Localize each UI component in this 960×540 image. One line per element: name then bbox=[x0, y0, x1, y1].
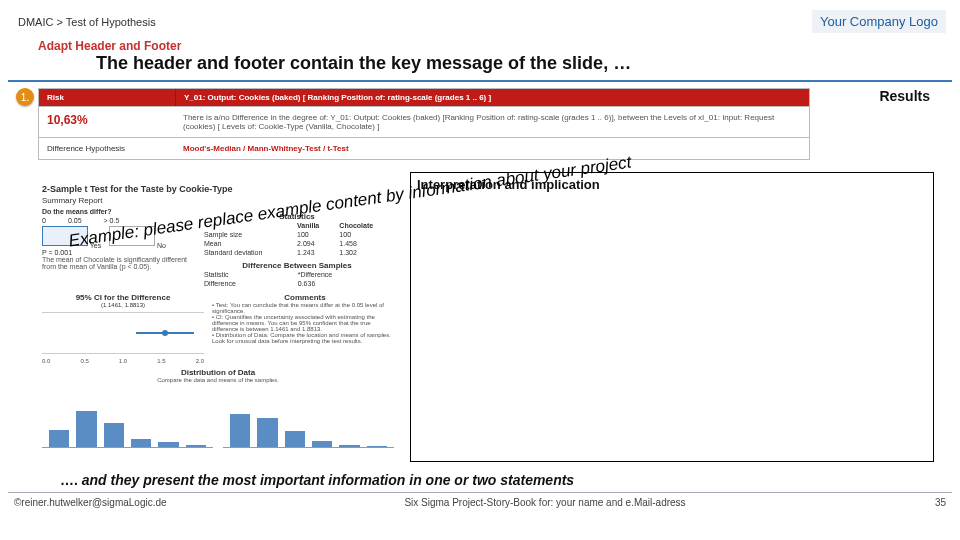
scale-left: 0 bbox=[42, 217, 46, 224]
row-sd-v: 1.243 bbox=[293, 248, 335, 257]
interpretation-heading: Interpretation and implication bbox=[417, 177, 600, 192]
table-header-risk: Risk bbox=[39, 89, 176, 106]
risk-table: Risk Y_01: Output: Cookies (baked) [ Ran… bbox=[38, 88, 810, 160]
ax4: 2.0 bbox=[196, 358, 204, 364]
table-header-output: Y_01: Output: Cookies (baked) [ Ranking … bbox=[176, 89, 809, 106]
row-mean-c: 1.458 bbox=[335, 239, 394, 248]
diff-table: Statistic*Difference Difference0.636 bbox=[200, 270, 394, 288]
hist-chocolate bbox=[223, 387, 394, 448]
diff-val: 0.636 bbox=[294, 279, 394, 288]
results-label: Results bbox=[879, 88, 930, 104]
scale-mid: 0.05 bbox=[68, 217, 82, 224]
answer-yes-box bbox=[42, 226, 88, 246]
page-number: 35 bbox=[886, 497, 946, 508]
footer-message: …. and they present the most important i… bbox=[0, 466, 960, 490]
row-n-c: 100 bbox=[335, 230, 394, 239]
footer-bar: ©reiner.hutwelker@sigmaLogic.de Six Sigm… bbox=[0, 493, 960, 508]
summary-subtitle: Summary Report bbox=[38, 196, 398, 207]
diff-stat-lab: Statistic bbox=[200, 270, 294, 279]
summary-title: 2-Sample t Test for the Taste by Cookie-… bbox=[38, 182, 398, 196]
comment1: • Test: You can conclude that the means … bbox=[212, 302, 398, 314]
diff-question: Do the means differ? bbox=[42, 208, 192, 215]
answer-no-box bbox=[109, 226, 155, 246]
col-chocolate: Chocolate bbox=[335, 221, 394, 230]
conclusion-text: The mean of Chocolate is significantly d… bbox=[42, 256, 192, 270]
table-row: 10,63% There is a/no Difference in the d… bbox=[39, 106, 809, 137]
footer-center: Six Sigma Project-Story-Book for: your n… bbox=[204, 497, 886, 508]
footer-dots: …. bbox=[60, 472, 82, 488]
footer-left: ©reiner.hutwelker@sigmaLogic.de bbox=[14, 497, 204, 508]
company-logo: Your Company Logo bbox=[812, 10, 946, 33]
ci-range: (1.1461, 1.8813) bbox=[38, 302, 208, 308]
risk-percent: 10,63% bbox=[39, 107, 175, 137]
comment2: • CI: Quantifies the uncertainty associa… bbox=[212, 314, 398, 332]
table-row: Difference Hypothesis Mood's-Median / Ma… bbox=[39, 137, 809, 159]
stats-table: VanillaChocolate Sample size100100 Mean2… bbox=[200, 221, 394, 257]
stats-heading: Statistics bbox=[200, 208, 394, 221]
hypothesis-label: Difference Hypothesis bbox=[39, 138, 175, 159]
dist-heading: Distribution of Data bbox=[38, 364, 398, 377]
ci-chart bbox=[42, 312, 204, 354]
answer-no: No bbox=[157, 242, 166, 249]
footer-message-text: and they present the most important info… bbox=[82, 472, 574, 488]
col-vanilla: Vanilla bbox=[293, 221, 335, 230]
ax2: 1.0 bbox=[119, 358, 127, 364]
scale-right: > 0.5 bbox=[104, 217, 120, 224]
summary-report: 2-Sample t Test for the Taste by Cookie-… bbox=[38, 182, 398, 458]
risk-description: There is a/no Difference in the degree o… bbox=[175, 107, 809, 137]
diff-between-heading: Difference Between Samples bbox=[200, 257, 394, 270]
interpretation-box: Interpretation and implication bbox=[410, 172, 934, 462]
diff-stat-val: *Difference bbox=[294, 270, 394, 279]
row-n-label: Sample size bbox=[200, 230, 293, 239]
row-n-v: 100 bbox=[293, 230, 335, 239]
comment3: • Distribution of Data: Compare the loca… bbox=[212, 332, 398, 344]
section-subtitle: Adapt Header and Footer bbox=[0, 37, 960, 53]
p-value: P = 0.001 bbox=[42, 249, 192, 256]
hypothesis-tests: Mood's-Median / Mann-Whitney-Test / t-Te… bbox=[175, 138, 809, 159]
hist-vanilla bbox=[42, 387, 213, 448]
ci-axis: 0.0 0.5 1.0 1.5 2.0 bbox=[38, 358, 208, 364]
row-mean-label: Mean bbox=[200, 239, 293, 248]
ax1: 0.5 bbox=[80, 358, 88, 364]
summary-top-table: Do the means differ? 0 0.05 > 0.5 Yes No… bbox=[38, 207, 398, 289]
ax3: 1.5 bbox=[157, 358, 165, 364]
ax0: 0.0 bbox=[42, 358, 50, 364]
table-header-row: Risk Y_01: Output: Cookies (baked) [ Ran… bbox=[39, 89, 809, 106]
row-mean-v: 2.094 bbox=[293, 239, 335, 248]
row-sd-c: 1.302 bbox=[335, 248, 394, 257]
answer-yes: Yes bbox=[90, 242, 101, 249]
ci-heading: 95% CI for the Difference bbox=[38, 289, 208, 302]
comments-heading: Comments bbox=[212, 289, 398, 302]
step-number-badge: 1. bbox=[16, 88, 34, 106]
breadcrumb: DMAIC > Test of Hypothesis bbox=[18, 16, 156, 28]
row-sd-label: Standard deviation bbox=[200, 248, 293, 257]
diff-val-lab: Difference bbox=[200, 279, 294, 288]
page-title: The header and footer contain the key me… bbox=[0, 53, 960, 80]
